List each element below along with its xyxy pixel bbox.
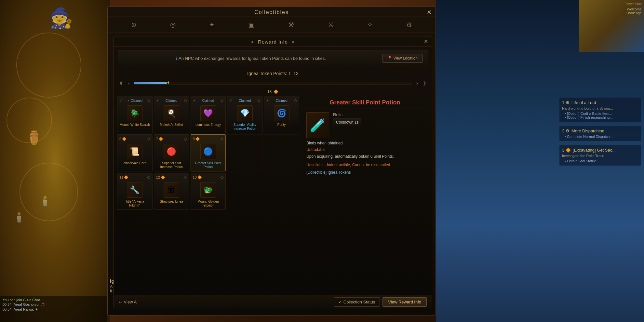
npc-info-banner: ℹ An NPC who exchanges rewards for Ignea… — [118, 50, 428, 66]
token-points-label: Ignea Token Points: 1–13 — [114, 70, 432, 77]
item-name: Superior Stat Increase Potion — [156, 161, 187, 169]
reward-info-title-bar: ◆ Reward Info ◆ ✕ — [114, 36, 432, 47]
item-type-label: Relic — [333, 112, 423, 117]
quest-item[interactable]: 3 🔶 [Excavating] Get Sac... Investigate … — [559, 145, 641, 166]
reward-cell-2[interactable]: ✓ Claimed ◇ 🍳 Mokoko's Skillet — [154, 96, 189, 133]
quest-title-text: [Excavating] Get Sac... — [573, 148, 616, 153]
tab-collectibles[interactable]: ⊕ — [128, 20, 139, 30]
item-icon: 🔵 — [200, 144, 216, 159]
reward-info-dialog: ◆ Reward Info ◆ ✕ ℹ An NPC who exchanges… — [114, 36, 432, 309]
tab-4[interactable]: ▣ — [246, 20, 257, 30]
reward-number: 7 🔶 ◇ — [156, 137, 187, 141]
claimed-rewards-row: ✓ ✓ Claimed ◇ 🪲 Mount: White Scarab ✓ Cl… — [117, 96, 299, 133]
progress-area: ⟪ ‹ ♦ › ⟫ — [114, 77, 432, 89]
panel-title-bar: Collectibles ✕ — [108, 7, 436, 17]
item-icon: 🪲 — [127, 105, 142, 121]
reward-cell-4[interactable]: ✓ Claimed ◇ 💎 Superior Vitality Increase… — [227, 96, 262, 133]
item-name: Title "Arkesia Pilgrim" — [119, 200, 150, 208]
reward-cell-6[interactable]: 6 🔶 ◇ 📜 Zinnervale Card — [117, 134, 153, 171]
item-name: Structure: Ignea — [160, 200, 183, 204]
view-all-button[interactable]: ↩ View All — [119, 300, 139, 304]
tab-8[interactable]: ⚙ — [404, 20, 415, 30]
quest-step: • [Option] Finish researching... — [565, 115, 638, 119]
tab-row: ⊕ ◎ ✦ ▣ ⚒ ⚔ ✧ ⚙ — [108, 17, 436, 33]
quest-step: • [Option] Craft a Battle Item... — [565, 112, 638, 115]
empty-cell — [264, 134, 299, 171]
nav-next[interactable]: › — [415, 80, 419, 86]
quest-step: • Obtain Sad Statue — [565, 159, 638, 163]
item-icon: 🔧 — [127, 182, 142, 198]
item-icon: 🍳 — [164, 105, 179, 121]
collectibles-panel: Collectibles ✕ ⊕ ◎ ✦ ▣ ⚒ ⚔ ✧ ⚙ ◆ Reward … — [107, 7, 436, 315]
item-collection-label: [Collectible] Ignea Tokens — [306, 170, 423, 175]
reward-info-close-button[interactable]: ✕ — [424, 38, 428, 45]
left-map-area: 🧙 ⚱️ 🕯️ 🕯️ — [0, 0, 111, 322]
reward-number: 13 🔶 ◇ — [193, 175, 224, 180]
collection-status-button[interactable]: ✓ Collection Status — [334, 297, 380, 307]
item-name: Greater Skill Point Potion — [193, 161, 224, 169]
item-icon: 🏛 — [164, 182, 179, 198]
progress-marker: ♦ — [167, 80, 169, 85]
progress-bar-fill — [134, 82, 167, 84]
rewards-grid-container: ✓ ✓ Claimed ◇ 🪲 Mount: White Scarab ✓ Cl… — [117, 96, 299, 211]
nav-prev-start[interactable]: ⟪ — [118, 80, 124, 86]
item-name: Mokoko's Skillet — [160, 123, 183, 127]
quest-item[interactable]: 2 ⚙ More Dispatching • Complete Normal D… — [559, 126, 641, 141]
progress-bar: ♦ — [133, 82, 412, 85]
claimed-badge: ✓ Claimed ◇ — [229, 98, 260, 103]
item-icon: 💜 — [200, 105, 216, 121]
reward-cell-5[interactable]: ✓ Claimed ◇ 🌀 Purify — [264, 96, 299, 133]
item-name: Purify — [277, 123, 286, 127]
chat-line-2: 00:54 [Area] Goshoryu: 🎵 — [3, 302, 105, 307]
item-icon: 💎 — [237, 105, 253, 121]
quest-item[interactable]: 1 ⚙ Life of a Lord Hard-working Lord of … — [559, 98, 641, 122]
item-detail-panel: Greater Skill Point Potion 🧪 Relic Coold… — [301, 96, 429, 211]
reward-cell-12[interactable]: 12 🔶 ◇ 🏛 Structure: Ignea — [154, 173, 189, 210]
npc-info-text: An NPC who exchanges rewards for Ignea T… — [179, 56, 326, 61]
tab-5[interactable]: ⚒ — [286, 20, 297, 30]
tab-6[interactable]: ⚔ — [325, 20, 336, 30]
item-name: Mount: Golden Terpeion — [193, 200, 224, 208]
chat-line-3: 00:54 [Area] Rajwa: ✦ — [3, 307, 105, 312]
item-icon: 🔴 — [164, 144, 179, 159]
reward-info-title: Reward Info — [258, 39, 288, 45]
quest-subtitle: Hard-working Lord of a Strong... — [562, 106, 638, 110]
claimed-badge: ✓ Claimed ◇ — [156, 98, 187, 103]
reward-cell-1[interactable]: ✓ ✓ Claimed ◇ 🪲 Mount: White Scarab — [117, 96, 153, 133]
item-description: Upon acquiring, automatically obtain 6 S… — [306, 154, 423, 159]
empty-cell — [264, 173, 299, 210]
reward-cell-7[interactable]: 7 🔶 ◇ 🔴 Superior Stat Increase Potion — [154, 134, 189, 171]
detail-stats: Relic Cooldown 1s — [333, 112, 423, 126]
progress-label: 13 🔶 — [114, 89, 432, 96]
item-icon: 🐲 — [200, 182, 216, 198]
panel-close-button[interactable]: ✕ — [427, 9, 432, 16]
middle-rewards-row: 6 🔶 ◇ 📜 Zinnervale Card 7 🔶 ◇ — [117, 134, 299, 171]
view-location-button[interactable]: 📍 View Location — [382, 54, 423, 63]
reward-info-bottom-bar: ↩ View All ✓ Collection Status View Rewa… — [114, 295, 432, 309]
reward-cell-11[interactable]: 11 🔶 ◇ 🔧 Title "Arkesia Pilgrim" — [117, 173, 153, 210]
tab-7[interactable]: ✧ — [365, 20, 375, 30]
reward-cell-8[interactable]: 8 🔶 ◇ 🔵 Greater Skill Point Potion — [191, 134, 226, 171]
panel-title: Collectibles — [254, 9, 289, 15]
nav-next-end[interactable]: ⟫ — [422, 80, 427, 86]
view-reward-info-button[interactable]: View Reward Info — [382, 297, 427, 307]
tab-2[interactable]: ◎ — [168, 20, 178, 30]
tab-3[interactable]: ✦ — [207, 20, 217, 30]
nav-prev[interactable]: ‹ — [127, 80, 131, 86]
reward-cell-13[interactable]: 13 🔶 ◇ 🐲 Mount: Golden Terpeion — [191, 173, 226, 210]
claimed-badge: ✓ Claimed ◇ — [266, 98, 297, 103]
quest-subtitle: Investigate the Relic Trace — [562, 154, 638, 158]
item-cooldown-label: Cooldown 1s — [333, 118, 361, 126]
reward-cell-3[interactable]: ✓ Claimed ◇ 💜 Luminous Energy — [191, 96, 226, 133]
item-name: Luminous Energy — [195, 123, 221, 127]
empty-cell — [227, 173, 262, 210]
item-name: Superior Vitality Increase Potion — [229, 123, 260, 131]
quest-log: 1 ⚙ Life of a Lord Hard-working Lord of … — [559, 98, 641, 169]
quest-title-text: More Dispatching — [571, 128, 604, 133]
item-icon: 🌀 — [274, 105, 289, 121]
item-name: Mount: White Scarab — [120, 123, 150, 127]
detail-icon-row: 🧪 Relic Cooldown 1s — [306, 112, 423, 138]
item-detail-icon: 🧪 — [306, 112, 329, 138]
item-tradeable-label: Untradable — [306, 147, 423, 152]
bottom-rewards-row: 11 🔶 ◇ 🔧 Title "Arkesia Pilgrim" 12 🔶 ◇ — [117, 173, 299, 210]
